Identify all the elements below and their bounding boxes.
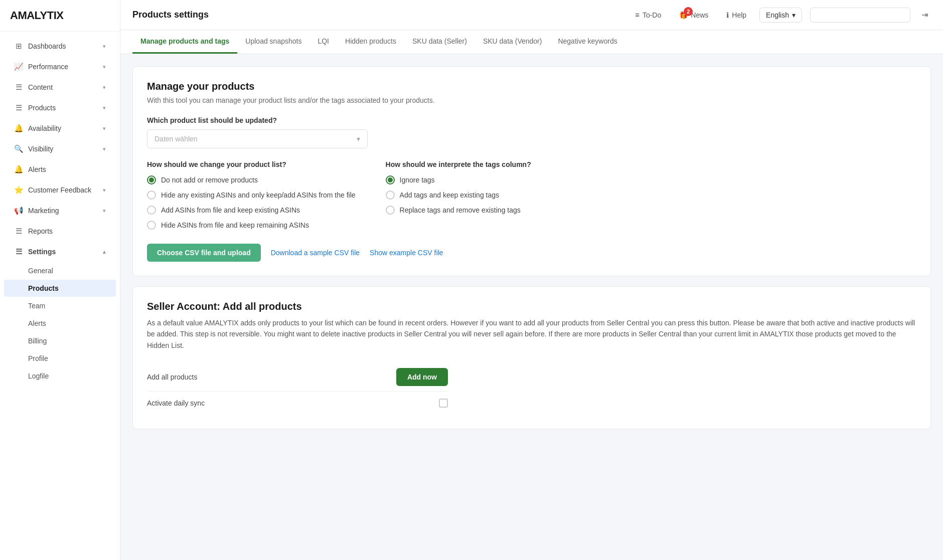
radio-add-keep-tags[interactable]: Add tags and keep existing tags (386, 191, 531, 200)
header: Products settings ≡ To-Do 🎁 2 News ℹ Hel… (120, 0, 943, 30)
sidebar-item-settings[interactable]: ☰ Settings ▴ (4, 242, 116, 262)
manage-card-subtitle: With this tool you can manage your produ… (147, 96, 916, 104)
sidebar-sub-billing[interactable]: Billing (4, 332, 116, 349)
radio-ignore-tags[interactable]: Ignore tags (386, 175, 531, 184)
change-list-col: How should we change your product list? … (147, 160, 356, 230)
upload-csv-button[interactable]: Choose CSV file and upload (147, 244, 261, 262)
add-now-button[interactable]: Add now (396, 368, 448, 386)
chevron-products: ▾ (103, 105, 106, 111)
chevron-availability: ▾ (103, 125, 106, 132)
todo-button[interactable]: ≡ To-Do (630, 8, 666, 22)
news-badge: 2 (684, 7, 693, 16)
sidebar-item-content[interactable]: ☰ Content ▾ (4, 77, 116, 97)
header-actions: ≡ To-Do 🎁 2 News ℹ Help English ▾ ⇥ (630, 7, 931, 23)
news-label: News (691, 11, 708, 19)
radio-ignore-label: Ignore tags (400, 176, 435, 184)
radio-add-keep-label: Add ASINs from file and keep existing AS… (161, 206, 300, 214)
radio-add-keep-circle (147, 206, 156, 215)
todo-icon: ≡ (635, 11, 640, 19)
sidebar-sub-products[interactable]: Products (4, 280, 116, 297)
tab-bar: Manage products and tags Upload snapshot… (120, 30, 943, 54)
radio-hide-remaining[interactable]: Hide ASINs from file and keep remaining … (147, 221, 356, 230)
radio-replace-circle (386, 206, 395, 215)
sidebar-item-products[interactable]: ☰ Products ▾ (4, 98, 116, 118)
sidebar-item-reports[interactable]: ☰ Reports (4, 221, 116, 241)
sidebar-sub-alerts[interactable]: Alerts (4, 315, 116, 332)
chevron-marketing: ▾ (103, 208, 106, 214)
sidebar-item-dashboards[interactable]: ⊞ Dashboards ▾ (4, 36, 116, 56)
seller-card-title: Seller Account: Add all products (147, 301, 916, 312)
sidebar-sub-team[interactable]: Team (4, 297, 116, 314)
select-chevron-icon: ▾ (357, 135, 360, 143)
manage-card-title: Manage your products (147, 81, 916, 92)
sidebar-item-marketing[interactable]: 📢 Marketing ▾ (4, 201, 116, 221)
news-icon: 🎁 2 (679, 11, 688, 19)
product-list-select[interactable]: Daten wählen ▾ (147, 129, 368, 148)
radio-add-keep-tags-circle (386, 191, 395, 200)
sidebar-item-visibility[interactable]: 🔍 Visibility ▾ (4, 139, 116, 159)
sidebar-label-customer-feedback: Customer Feedback (28, 186, 91, 194)
change-list-label: How should we change your product list? (147, 160, 356, 168)
radio-hide-add-circle (147, 191, 156, 200)
sidebar-label-visibility: Visibility (28, 145, 53, 153)
tags-col: How should we interprete the tags column… (386, 160, 531, 230)
news-button[interactable]: 🎁 2 News (674, 8, 713, 22)
sidebar-label-alerts: Alerts (28, 165, 46, 173)
select-placeholder: Daten wählen (154, 135, 198, 143)
chevron-down-icon: ▾ (792, 11, 796, 19)
tab-lqi[interactable]: LQI (309, 30, 337, 54)
show-example-link[interactable]: Show example CSV file (370, 249, 443, 257)
visibility-icon: 🔍 (14, 144, 23, 153)
export-icon-button[interactable]: ⇥ (918, 7, 931, 23)
sync-checkbox[interactable] (439, 399, 448, 408)
search-input[interactable] (810, 8, 910, 23)
sidebar-item-customer-feedback[interactable]: ⭐ Customer Feedback ▾ (4, 180, 116, 200)
reports-icon: ☰ (14, 227, 23, 236)
logo: AMALYTIX (0, 0, 120, 32)
tab-manage[interactable]: Manage products and tags (132, 30, 237, 54)
help-icon: ℹ (726, 11, 729, 19)
sidebar-item-performance[interactable]: 📈 Performance ▾ (4, 57, 116, 77)
radio-no-change-circle (147, 175, 156, 184)
radio-replace-tags[interactable]: Replace tags and remove existing tags (386, 206, 531, 215)
sidebar-sub-profile[interactable]: Profile (4, 350, 116, 367)
marketing-icon: 📢 (14, 206, 23, 215)
tab-negative[interactable]: Negative keywords (550, 30, 625, 54)
sidebar-label-dashboards: Dashboards (28, 42, 66, 50)
sidebar-item-alerts[interactable]: 🔔 Alerts (4, 159, 116, 179)
sidebar-item-availability[interactable]: 🔔 Availability ▾ (4, 118, 116, 138)
chevron-performance: ▾ (103, 64, 106, 70)
tab-sku-seller[interactable]: SKU data (Seller) (404, 30, 475, 54)
download-sample-link[interactable]: Download a sample CSV file (271, 249, 360, 257)
product-list-label: Which product list should be updated? (147, 116, 916, 124)
help-button[interactable]: ℹ Help (721, 8, 751, 22)
chevron-feedback: ▾ (103, 187, 106, 194)
radio-add-keep[interactable]: Add ASINs from file and keep existing AS… (147, 206, 356, 215)
sidebar-sub-logfile[interactable]: Logfile (4, 367, 116, 385)
sidebar-label-performance: Performance (28, 63, 68, 71)
radio-add-keep-tags-label: Add tags and keep existing tags (400, 191, 499, 199)
radio-hide-add[interactable]: Hide any existing ASINs and only keep/ad… (147, 191, 356, 200)
todo-label: To-Do (643, 11, 661, 19)
availability-icon: 🔔 (14, 124, 23, 133)
radio-hide-add-label: Hide any existing ASINs and only keep/ad… (161, 191, 356, 199)
tags-label: How should we interprete the tags column… (386, 160, 531, 168)
sidebar-label-products: Products (28, 104, 56, 112)
chevron-dashboards: ▾ (103, 43, 106, 50)
add-all-row: Add all products Add now (147, 363, 448, 392)
sidebar-label-settings: Settings (28, 248, 56, 256)
upload-row: Choose CSV file and upload Download a sa… (147, 244, 916, 262)
tab-hidden[interactable]: Hidden products (337, 30, 404, 54)
tab-sku-vendor[interactable]: SKU data (Vendor) (475, 30, 550, 54)
sidebar: AMALYTIX ⊞ Dashboards ▾ 📈 Performance ▾ … (0, 0, 120, 560)
radio-hide-remaining-circle (147, 221, 156, 230)
tags-radios: Ignore tags Add tags and keep existing t… (386, 175, 531, 215)
language-selector[interactable]: English ▾ (759, 8, 802, 23)
alerts-icon: 🔔 (14, 165, 23, 174)
tab-upload[interactable]: Upload snapshots (237, 30, 309, 54)
chevron-settings: ▴ (103, 249, 106, 255)
change-list-radios: Do not add or remove products Hide any e… (147, 175, 356, 230)
dashboards-icon: ⊞ (14, 42, 23, 51)
radio-no-change[interactable]: Do not add or remove products (147, 175, 356, 184)
sidebar-sub-general[interactable]: General (4, 262, 116, 279)
